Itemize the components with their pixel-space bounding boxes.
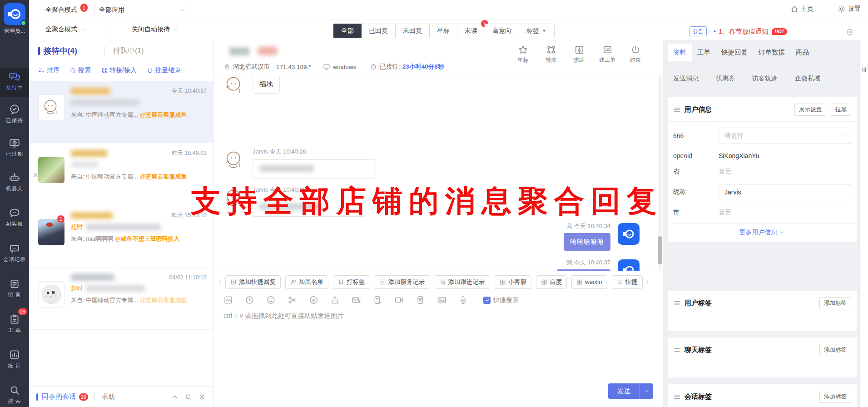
star-action[interactable]: 星标 (509, 45, 537, 64)
image-icon[interactable] (223, 295, 233, 305)
home-button[interactable]: 主页 (790, 5, 813, 13)
tab-replied[interactable]: 已回复 (362, 24, 396, 38)
create-ticket-action[interactable]: 建工单 (593, 45, 621, 64)
drag-handle-icon[interactable] (673, 346, 681, 354)
search-icon[interactable] (185, 393, 192, 401)
scroll-left-icon[interactable] (217, 279, 223, 285)
video-icon[interactable] (394, 295, 404, 305)
remove-conversation-icon[interactable]: ✕ (33, 171, 39, 179)
sidebar-item-search[interactable]: 搜 索 (0, 382, 29, 407)
help-link[interactable]: 求助 (101, 392, 115, 401)
tab-unreplied[interactable]: 未回复 (396, 24, 430, 38)
drag-handle-icon[interactable] (673, 106, 681, 114)
invite-icon[interactable]: 邀 (309, 295, 318, 305)
scissors-icon[interactable] (288, 295, 297, 305)
subtab-wecom[interactable]: 企微私域 (789, 74, 820, 83)
share-icon[interactable] (330, 295, 340, 305)
tab-all[interactable]: 全部 (333, 24, 362, 38)
add-user-tag-button[interactable]: 添加标签 (819, 297, 851, 309)
subtab-visitor-track[interactable]: 访客轨迹 (747, 74, 778, 83)
sidebar-item-ai-service[interactable]: AI客服 (0, 204, 29, 233)
sidebar-item-expired[interactable]: 已过期 (0, 134, 29, 164)
tab-ticket[interactable]: 工单 (692, 44, 716, 61)
tab-products[interactable]: 商品 (790, 44, 814, 61)
subtab-coupon[interactable]: 优惠券 (710, 74, 735, 83)
weixin-button[interactable]: weixin (571, 275, 607, 289)
tab-profile[interactable]: 资料 (668, 44, 692, 61)
transfer-access-button[interactable]: 转接/接入 (101, 66, 137, 74)
colleagues-badge: 26 (79, 393, 88, 401)
tag-button[interactable]: 打标签 (333, 275, 370, 289)
app-filter-select[interactable]: 全部应用 (94, 3, 190, 17)
batch-end-button[interactable]: 批量结束 (147, 66, 181, 74)
sidebar-item-reception[interactable]: 接待中 (0, 68, 29, 97)
nickname-input[interactable] (719, 184, 851, 200)
sidebar-item-stats[interactable]: 统 计 (0, 346, 29, 375)
add-followup-record-button[interactable]: 添加跟进记录 (435, 275, 490, 289)
quick-search-toggle[interactable]: 快捷搜索 (483, 296, 519, 304)
drag-handle-icon[interactable] (673, 299, 681, 307)
end-session-action[interactable]: 结束 (621, 45, 650, 64)
chat-scrollbar-thumb[interactable] (658, 236, 662, 264)
app-logo[interactable] (4, 3, 25, 25)
tab-receiving[interactable]: 接待中(4) (44, 45, 77, 56)
add-chat-tag-button[interactable]: 添加标签 (819, 344, 851, 356)
collapse-icon[interactable] (171, 393, 179, 401)
conversation-item[interactable]: ✕ 昨天 18:49:03 来自: 中国移动官方专属... @芝麻云客服咸鱼 (29, 143, 213, 205)
conversation-item[interactable]: 今天 10:40:37 来自: 中国移动官方专属... @芝麻云客服咸鱼 (29, 81, 213, 143)
conversation-source: 来自: 中国移动官方专属... @芝麻云客服咸鱼 (71, 110, 207, 119)
tab-quick-reply[interactable]: 快捷回复 (716, 44, 753, 61)
send-dropdown[interactable] (640, 383, 653, 399)
search-conversation-button[interactable]: 搜索 (69, 66, 91, 74)
display-settings-button[interactable]: 展示设置 (794, 104, 826, 116)
announcement-text[interactable]: 1、春节放假通知 (719, 27, 769, 36)
sidebar-item-messages[interactable]: 留 言 (0, 275, 29, 304)
mail-plus-icon[interactable] (352, 295, 361, 305)
redacted-message (71, 162, 98, 168)
sidebar-item-robot[interactable]: 机器人 (0, 169, 29, 198)
send-button[interactable]: 发送 (608, 383, 653, 399)
add-session-tag-button[interactable]: 添加标签 (819, 391, 851, 403)
custom-field-select[interactable]: 请选择 (719, 128, 851, 144)
settings-button[interactable]: 设置 (838, 5, 861, 13)
message-list[interactable]: Jarvis 今天 10:38:11 福地 Jarvis 今天 10:40:26… (213, 76, 657, 271)
blacklist-button[interactable]: 加黑名单 (285, 275, 328, 289)
baidu-button[interactable]: 百度 (536, 275, 567, 289)
block-button[interactable]: 拉黑 (831, 104, 851, 116)
gear-icon[interactable] (198, 393, 206, 401)
sidebar-item-tickets[interactable]: 29 工 单 (0, 311, 29, 340)
add-service-record-button[interactable]: 添加服务记录 (375, 275, 430, 289)
tab-unread[interactable]: 未读 1 (457, 24, 485, 38)
history-clock-icon[interactable] (245, 295, 254, 305)
quick-reply-button[interactable]: 添加快捷回复 (225, 275, 281, 289)
conversation-item[interactable]: 1 昨天 15:23:10 超时 来自: mia啊啊啊 @咸鱼不想上班密码接入 (29, 205, 213, 268)
conversation-item[interactable]: 04/02 11:10:10 超时 来自: 中国移动官方专属... @芝麻云客服… (29, 268, 213, 330)
contact-card-icon[interactable] (437, 295, 446, 305)
subtab-send-message[interactable]: 发送消息 (668, 74, 699, 83)
sidebar-item-session-records[interactable]: 会话记录 (0, 240, 29, 269)
note-plus-icon[interactable] (373, 295, 382, 305)
auto-reception-select[interactable]: 关闭自动接待 (132, 25, 179, 34)
emoji-icon[interactable] (266, 295, 276, 305)
scroll-right-icon[interactable] (644, 279, 650, 285)
tab-high-intent[interactable]: 高意向 (485, 24, 519, 38)
help-action[interactable]: 求助 (565, 45, 593, 64)
tab-starred[interactable]: 星标 (430, 24, 457, 38)
tab-labels[interactable]: 标签 (519, 24, 555, 38)
sort-button[interactable]: 排序 (38, 66, 60, 74)
sidebar-item-served[interactable]: 已接待 (0, 101, 29, 130)
shortcut-button[interactable]: 快捷 (612, 275, 643, 289)
microphone-icon[interactable] (458, 295, 468, 305)
mode-select[interactable]: 全聚合模式 (45, 25, 86, 34)
tab-order-data[interactable]: 订单数据 (753, 44, 790, 61)
drag-handle-icon[interactable] (673, 393, 681, 401)
colleagues-sessions-link[interactable]: 同事的会话 (42, 392, 76, 401)
announcement-close-icon[interactable] (846, 28, 854, 36)
transfer-action[interactable]: 转接 (537, 45, 565, 64)
red-packet-icon[interactable] (416, 295, 425, 305)
mini-service-button[interactable]: 小客服 (495, 275, 532, 289)
tab-queue[interactable]: 排队中(1) (113, 46, 144, 56)
more-user-info-link[interactable]: 更多用户信息 (668, 223, 857, 242)
panel-drawer-strip[interactable] (859, 40, 868, 407)
composer-placeholder[interactable]: ctrl + v 或拖拽到此处可直接粘贴发送图片 (223, 312, 344, 320)
